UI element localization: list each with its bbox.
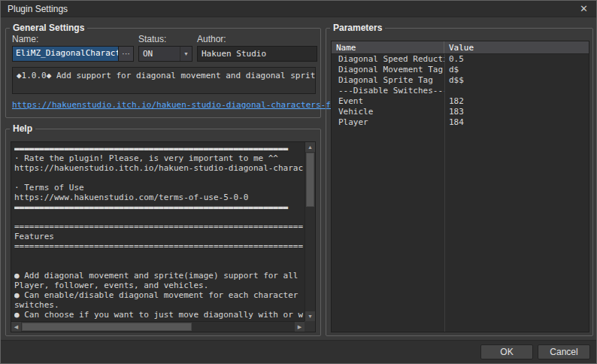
parameter-name-cell[interactable]: Diagonal Speed Reduction — [332, 54, 444, 65]
help-line: ▬▬▬▬▬▬▬▬▬▬▬▬▬▬▬▬▬▬▬▬▬▬▬▬▬▬▬▬▬▬▬▬▬▬▬▬▬▬▬▬… — [14, 202, 303, 212]
general-settings-group: General Settings Name: Status: Author: E… — [5, 28, 321, 118]
help-line: · Rate the plugin! Please, is very impor… — [14, 153, 303, 163]
parameter-value-cell[interactable]: d$$ — [444, 75, 589, 86]
name-input[interactable]: EliMZ_DiagonalCharacters ··· — [12, 46, 134, 62]
status-value: ON — [139, 47, 180, 61]
parameter-value-cell[interactable] — [444, 86, 589, 96]
parameter-row[interactable]: Event 182 — [332, 96, 589, 107]
help-line — [14, 261, 303, 271]
column-divider — [444, 54, 445, 332]
parameter-row[interactable]: ---Disable Switches--- — [332, 86, 589, 96]
general-settings-title: General Settings — [10, 23, 87, 33]
description-box[interactable]: ◆1.0.0◆ Add support for diagonal movemen… — [12, 67, 316, 94]
help-line: switches. — [14, 300, 303, 310]
parameter-name-cell[interactable]: ---Disable Switches--- — [332, 86, 444, 96]
help-line: ● Add diagonal movement and sprite(image… — [14, 271, 303, 281]
parameter-value-cell[interactable]: 0.5 — [444, 54, 589, 65]
author-label: Author: — [197, 34, 226, 44]
status-dropdown[interactable]: ON ▼ — [138, 46, 192, 62]
column-header-value[interactable]: Value — [444, 41, 589, 53]
help-line: ========================================… — [14, 241, 303, 251]
close-icon[interactable]: ✕ — [578, 4, 589, 14]
parameter-name-cell[interactable]: Diagonal Movement Tag — [332, 65, 444, 75]
ok-button[interactable]: OK — [480, 344, 533, 359]
help-line — [14, 173, 303, 183]
help-line: ========================================… — [14, 222, 303, 232]
scroll-left-icon[interactable]: ◀ — [11, 322, 21, 332]
horizontal-scroll-track[interactable] — [21, 322, 295, 332]
parameters-group: Parameters Name Value Diagonal Speed Red… — [326, 28, 593, 336]
chevron-down-icon: ▼ — [180, 47, 192, 61]
name-label: Name: — [12, 34, 38, 44]
titlebar[interactable]: Plugin Settings ✕ — [1, 1, 596, 17]
vertical-scroll-thumb[interactable] — [306, 153, 314, 207]
parameters-title: Parameters — [330, 23, 385, 33]
vertical-scrollbar[interactable]: ▲ ▼ — [305, 142, 315, 321]
ellipsis-icon: ··· — [122, 49, 130, 58]
help-group: Help ▬▬▬▬▬▬▬▬▬▬▬▬▬▬▬▬▬▬▬▬▬▬▬▬▬▬▬▬▬▬▬▬▬▬▬… — [5, 129, 321, 336]
parameter-row[interactable]: Diagonal Sprite Tag d$$ — [332, 75, 589, 86]
help-line: ● Can choose if you want to just move di… — [14, 310, 303, 320]
parameter-row[interactable]: Vehicle 183 — [332, 107, 589, 117]
help-line: https://hakuenstudio.itch.io/hakuen-stud… — [14, 163, 303, 173]
help-line: Player, follower, events, and vehicles. — [14, 281, 303, 290]
parameter-row[interactable]: Diagonal Speed Reduction 0.5 — [332, 54, 589, 65]
help-title: Help — [10, 123, 35, 134]
parameter-row[interactable]: Diagonal Movement Tag d$ — [332, 65, 589, 75]
scroll-right-icon[interactable]: ▶ — [295, 322, 305, 332]
scrollbar-corner — [305, 321, 315, 332]
help-text-area[interactable]: ▬▬▬▬▬▬▬▬▬▬▬▬▬▬▬▬▬▬▬▬▬▬▬▬▬▬▬▬▬▬▬▬▬▬▬▬▬▬▬▬… — [11, 141, 316, 332]
name-value: EliMZ_DiagonalCharacters — [13, 47, 118, 61]
parameters-table-body: Diagonal Speed Reduction 0.5 Diagonal Mo… — [332, 54, 589, 128]
window-title: Plugin Settings — [8, 4, 578, 14]
help-line: Features — [14, 232, 303, 241]
parameter-name-cell[interactable]: Vehicle — [332, 107, 444, 117]
help-line: ● Can enable/disable diagonal movement f… — [14, 290, 303, 300]
plugin-settings-dialog: Plugin Settings ✕ General Settings Name:… — [0, 0, 597, 364]
help-line: · Terms of Use — [14, 183, 303, 193]
help-line: https://www.hakuenstudio.com/terms-of-us… — [14, 193, 303, 202]
parameter-name-cell[interactable]: Diagonal Sprite Tag — [332, 75, 444, 86]
help-line: ▬▬▬▬▬▬▬▬▬▬▬▬▬▬▬▬▬▬▬▬▬▬▬▬▬▬▬▬▬▬▬▬▬▬▬▬▬▬▬▬… — [14, 144, 303, 153]
scroll-down-icon[interactable]: ▼ — [305, 311, 315, 321]
cancel-button[interactable]: Cancel — [538, 344, 590, 359]
parameters-table: Name Value Diagonal Speed Reduction 0.5 … — [331, 41, 589, 332]
parameter-name-cell[interactable]: Player — [332, 117, 444, 128]
parameter-name-cell[interactable]: Event — [332, 96, 444, 107]
column-header-name[interactable]: Name — [332, 41, 444, 53]
scroll-up-icon[interactable]: ▲ — [305, 142, 315, 152]
horizontal-scroll-thumb[interactable] — [22, 323, 192, 331]
author-input[interactable]: Hakuen Studio — [197, 46, 317, 62]
dialog-footer: OK Cancel — [1, 340, 596, 363]
parameter-row[interactable]: Player 184 — [332, 117, 589, 128]
status-label: Status: — [138, 34, 166, 44]
vertical-scroll-track[interactable] — [305, 152, 315, 311]
browse-button[interactable]: ··· — [118, 47, 133, 61]
parameters-table-header: Name Value — [332, 41, 589, 54]
help-content: ▬▬▬▬▬▬▬▬▬▬▬▬▬▬▬▬▬▬▬▬▬▬▬▬▬▬▬▬▬▬▬▬▬▬▬▬▬▬▬▬… — [14, 144, 303, 320]
parameter-value-cell[interactable]: 182 — [444, 96, 589, 107]
help-line — [14, 212, 303, 222]
parameter-value-cell[interactable]: 184 — [444, 117, 589, 128]
help-line — [14, 251, 303, 261]
parameter-value-cell[interactable]: 183 — [444, 107, 589, 117]
horizontal-scrollbar[interactable]: ◀ ▶ — [11, 321, 305, 332]
parameter-value-cell[interactable]: d$ — [444, 65, 589, 75]
